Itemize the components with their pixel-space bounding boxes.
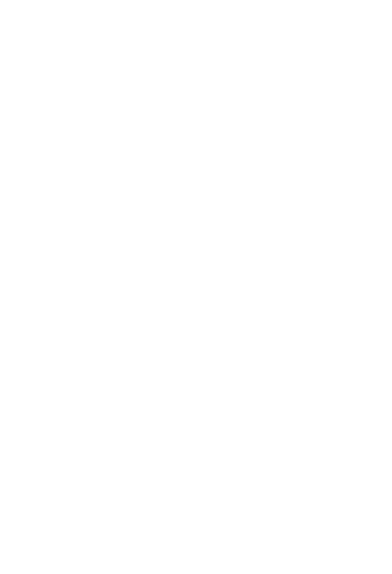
diagram — [0, 0, 392, 574]
connector-lines — [0, 0, 392, 574]
